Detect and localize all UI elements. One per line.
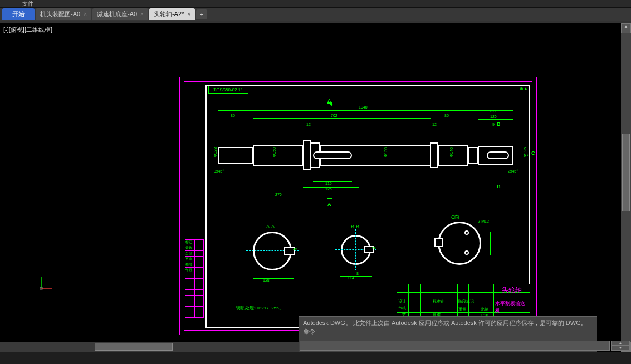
new-tab-button[interactable]: +: [196, 9, 207, 19]
dimension: 115: [325, 181, 332, 185]
tab-doc-1[interactable]: 机头装配图-A0 ×: [36, 8, 91, 20]
close-icon[interactable]: ×: [187, 11, 190, 17]
chevron-up-icon[interactable]: ▲: [611, 341, 630, 346]
dimension: 50: [372, 246, 376, 250]
dimension: Φ150: [272, 147, 276, 157]
section-bb: 50: [341, 235, 371, 265]
section-label-aa: A-A: [266, 224, 275, 229]
dimension: 85: [444, 114, 449, 117]
section-label-bb: B-B: [351, 224, 359, 229]
tb-cell: 重量: [458, 307, 466, 312]
shaft-segment: [218, 147, 253, 164]
close-icon[interactable]: ×: [140, 11, 144, 17]
dimension: 702: [331, 114, 337, 117]
horizontal-scrollbar[interactable]: [0, 342, 299, 352]
command-text: Autodesk DWG。 此文件上次由 Autodesk 应用程序或 Auto…: [303, 319, 593, 327]
menubar: 文件: [0, 0, 631, 8]
technical-note: 调质处理:HB217~255。: [236, 305, 283, 311]
dimension: Φ128: [213, 147, 217, 157]
chevron-down-icon[interactable]: ▼: [611, 346, 630, 351]
drawing-sheet: TGSS50-02.11 ⊕▲ 标记 处数 分区 更改文件号 签名 年月日: [180, 78, 536, 334]
dimension: 2-M12: [478, 219, 489, 223]
drawing-code-top: TGSS50-02.11: [208, 86, 248, 94]
dimension: 114: [348, 276, 354, 280]
command-scroll[interactable]: ▲ ▼: [611, 341, 630, 351]
tb-cell: 阶段标记: [458, 299, 474, 304]
tab-doc-2[interactable]: 减速机底座-A0 ×: [92, 8, 148, 20]
tab-label: 头轮轴-A2*: [154, 10, 184, 18]
dimension: 45: [293, 247, 297, 251]
scroll-thumb[interactable]: [95, 343, 173, 351]
scroll-up-button[interactable]: ▲: [621, 23, 631, 33]
section-mark-c: C: [531, 150, 535, 156]
tab-label: 开始: [12, 10, 25, 18]
dimension: 85: [231, 114, 235, 117]
section-mark-b: B: [497, 121, 501, 127]
scroll-thumb[interactable]: [622, 134, 630, 211]
dimension: 12: [306, 122, 311, 126]
shaft-segment: [253, 145, 303, 166]
tb-cell: 比例: [481, 307, 488, 312]
dimension: 125: [489, 109, 496, 113]
tab-home[interactable]: 开始: [2, 8, 35, 20]
dimension: 128: [263, 278, 270, 282]
section-mark-b: B: [497, 184, 501, 189]
dimension: 9: [492, 122, 495, 126]
command-input[interactable]: [300, 341, 610, 351]
command-prompt: 命令:: [303, 327, 593, 336]
tb-cell: 审核: [398, 306, 406, 311]
vertical-scrollbar[interactable]: ▲ ▼: [621, 23, 631, 352]
document-tabs: 开始 机头装配图-A0 × 减速机底座-A0 × 头轮轴-A2* × +: [0, 8, 631, 21]
shaft-segment: [468, 147, 478, 164]
shaft-main-view: 1040 702 85 85 125 120 12 12 9 115 125 2…: [214, 130, 526, 180]
section-mark-a: A: [327, 201, 331, 207]
view-arrow-c: →: [524, 151, 530, 158]
ucs-icon[interactable]: [39, 274, 56, 291]
projection-symbol: ⊕▲: [520, 86, 528, 91]
keyway: [313, 151, 352, 159]
tb-cell: 标准化: [433, 299, 444, 304]
shaft-shoulder: [303, 140, 311, 170]
view-c: 2-M12: [438, 222, 481, 265]
dimension: 8: [356, 272, 359, 276]
dimension: 1040: [359, 105, 368, 109]
part-name: 头轮轴: [502, 286, 522, 295]
dimension: 12: [432, 122, 437, 126]
revision-strip: 标记 处数 分区 更改文件号 签名 年月日: [185, 239, 204, 317]
tb-cell: 设计: [398, 299, 406, 304]
dimension: 270: [275, 193, 282, 196]
menu-item[interactable]: 文件: [0, 0, 56, 7]
dimension: 125: [325, 187, 332, 191]
tab-doc-3-active[interactable]: 头轮轴-A2* ×: [149, 8, 195, 20]
dimension: Φ150: [384, 147, 388, 157]
drawing-viewport[interactable]: [-][俯视][二维线框] TGSS50-02.11 ⊕▲ 标记 处数 分区 更…: [0, 23, 631, 352]
dimension: 120: [490, 115, 497, 119]
dimension: 2x45°: [508, 169, 518, 173]
tab-label: 机头装配图-A0: [40, 10, 80, 18]
project-name: 水平刮板输送机: [495, 300, 530, 314]
keyway: [487, 151, 509, 159]
tab-label: 减速机底座-A0: [97, 10, 137, 18]
shaft-shoulder: [430, 142, 438, 168]
dimension: 3x45°: [214, 169, 224, 173]
dimension: Φ140: [449, 147, 453, 157]
section-aa: 45: [253, 232, 292, 270]
close-icon[interactable]: ×: [84, 11, 87, 17]
viewport-label[interactable]: [-][俯视][二维线框]: [3, 26, 52, 34]
